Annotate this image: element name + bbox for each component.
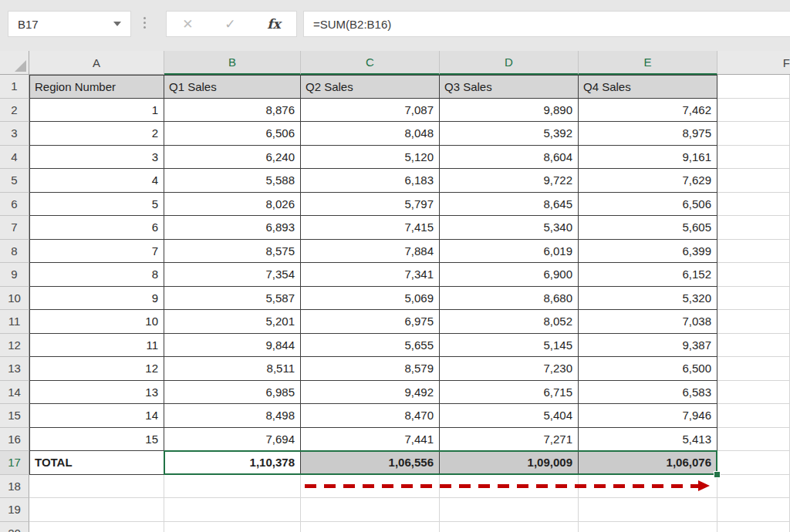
select-all-corner[interactable] (0, 51, 29, 75)
row-header-11[interactable]: 11 (0, 310, 29, 334)
cell-C9[interactable]: 7,341 (301, 263, 440, 287)
cell-F12[interactable] (717, 334, 790, 358)
cell-D15[interactable]: 5,404 (440, 404, 579, 428)
cell-E6[interactable]: 6,506 (579, 193, 717, 217)
name-box[interactable]: B17 (8, 11, 131, 37)
cell-A5[interactable]: 4 (29, 169, 164, 193)
row-header-3[interactable]: 3 (0, 122, 29, 146)
cell-B19[interactable] (164, 498, 301, 522)
cell-F8[interactable] (717, 240, 790, 264)
cell-F17[interactable] (717, 451, 790, 475)
cell-F15[interactable] (717, 404, 790, 428)
cell-E11[interactable]: 7,038 (579, 310, 717, 334)
row-header-17[interactable]: 17 (0, 451, 29, 475)
cell-D9[interactable]: 6,900 (440, 263, 579, 287)
cell-C20[interactable] (301, 522, 440, 532)
cell-C6[interactable]: 5,797 (301, 193, 440, 217)
cell-D14[interactable]: 6,715 (440, 381, 579, 405)
cell-F7[interactable] (717, 216, 790, 240)
cell-D6[interactable]: 8,645 (440, 193, 579, 217)
row-header-12[interactable]: 12 (0, 334, 29, 358)
cell-E19[interactable] (579, 498, 717, 522)
cell-B20[interactable] (164, 522, 301, 532)
cell-C14[interactable]: 9,492 (301, 381, 440, 405)
row-header-8[interactable]: 8 (0, 240, 29, 264)
row-header-20[interactable]: 20 (0, 522, 29, 532)
cell-D16[interactable]: 7,271 (440, 428, 579, 452)
cell-C7[interactable]: 7,415 (301, 216, 440, 240)
cell-A10[interactable]: 9 (29, 287, 164, 311)
cell-B13[interactable]: 8,511 (164, 357, 301, 381)
row-header-4[interactable]: 4 (0, 146, 29, 170)
cell-A20[interactable] (29, 522, 164, 532)
column-header-B[interactable]: B (164, 51, 301, 75)
cell-B17-active[interactable]: 1,10,378 (164, 451, 301, 475)
row-header-19[interactable]: 19 (0, 498, 29, 522)
cell-D2[interactable]: 9,890 (440, 99, 579, 123)
formula-bar[interactable]: =SUM(B2:B16) (303, 11, 790, 37)
cell-A17[interactable]: TOTAL (29, 451, 164, 475)
cell-E9[interactable]: 6,152 (579, 263, 717, 287)
cell-E12[interactable]: 9,387 (579, 334, 717, 358)
cancel-icon[interactable]: ✕ (182, 16, 193, 32)
cell-A12[interactable]: 11 (29, 334, 164, 358)
row-header-13[interactable]: 13 (0, 357, 29, 381)
cell-B15[interactable]: 8,498 (164, 404, 301, 428)
cell-F2[interactable] (717, 99, 790, 123)
cell-E14[interactable]: 6,583 (579, 381, 717, 405)
cell-A19[interactable] (29, 498, 164, 522)
cell-E2[interactable]: 7,462 (579, 99, 717, 123)
cell-F3[interactable] (717, 122, 790, 146)
cell-A16[interactable]: 15 (29, 428, 164, 452)
row-header-7[interactable]: 7 (0, 216, 29, 240)
cell-D4[interactable]: 8,604 (440, 146, 579, 170)
cell-F18[interactable] (717, 475, 790, 499)
cell-F16[interactable] (717, 428, 790, 452)
row-header-14[interactable]: 14 (0, 381, 29, 405)
cell-F14[interactable] (717, 381, 790, 405)
cell-A15[interactable]: 14 (29, 404, 164, 428)
cell-C1[interactable]: Q2 Sales (301, 75, 440, 99)
cell-A9[interactable]: 8 (29, 263, 164, 287)
cell-A18[interactable] (29, 475, 164, 499)
cell-A6[interactable]: 5 (29, 193, 164, 217)
cell-D8[interactable]: 6,019 (440, 240, 579, 264)
column-header-C[interactable]: C (301, 51, 440, 75)
cell-E7[interactable]: 5,605 (579, 216, 717, 240)
cell-C19[interactable] (301, 498, 440, 522)
cell-B10[interactable]: 5,587 (164, 287, 301, 311)
cell-B18[interactable] (164, 475, 301, 499)
row-header-1[interactable]: 1 (0, 75, 29, 99)
cell-D3[interactable]: 5,392 (440, 122, 579, 146)
cell-D11[interactable]: 8,052 (440, 310, 579, 334)
enter-icon[interactable]: ✓ (225, 16, 235, 32)
cell-C10[interactable]: 5,069 (301, 287, 440, 311)
cell-C12[interactable]: 5,655 (301, 334, 440, 358)
cell-F9[interactable] (717, 263, 790, 287)
cell-F4[interactable] (717, 146, 790, 170)
column-header-E[interactable]: E (579, 51, 717, 75)
cell-F10[interactable] (717, 287, 790, 311)
insert-function-icon[interactable]: fx (267, 16, 280, 32)
cell-E10[interactable]: 5,320 (579, 287, 717, 311)
cell-B12[interactable]: 9,844 (164, 334, 301, 358)
cell-A7[interactable]: 6 (29, 216, 164, 240)
cell-B2[interactable]: 8,876 (164, 99, 301, 123)
cell-F1[interactable] (717, 75, 790, 99)
row-header-10[interactable]: 10 (0, 287, 29, 311)
cell-C4[interactable]: 5,120 (301, 146, 440, 170)
cell-E16[interactable]: 5,413 (579, 428, 717, 452)
cell-D5[interactable]: 9,722 (440, 169, 579, 193)
cell-B8[interactable]: 8,575 (164, 240, 301, 264)
row-header-9[interactable]: 9 (0, 263, 29, 287)
cell-F5[interactable] (717, 169, 790, 193)
cell-A14[interactable]: 13 (29, 381, 164, 405)
cell-F6[interactable] (717, 193, 790, 217)
cell-B9[interactable]: 7,354 (164, 263, 301, 287)
cell-C8[interactable]: 7,884 (301, 240, 440, 264)
cell-F19[interactable] (717, 498, 790, 522)
cell-B11[interactable]: 5,201 (164, 310, 301, 334)
cell-A1[interactable]: Region Number (29, 75, 164, 99)
cell-B5[interactable]: 5,588 (164, 169, 301, 193)
column-header-A[interactable]: A (29, 51, 164, 75)
